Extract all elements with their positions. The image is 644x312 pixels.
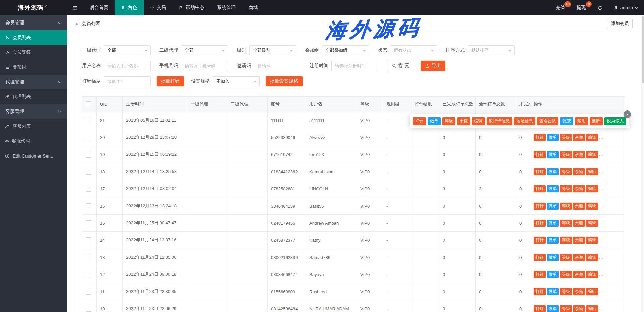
action-inject-button[interactable]: 打针 — [534, 185, 546, 192]
action-edit-button[interactable]: 编辑 — [586, 288, 598, 295]
action-balance-button[interactable]: 余额 — [573, 203, 585, 210]
row-checkbox[interactable] — [86, 255, 91, 260]
action-address-info-button[interactable]: 地址信息 — [514, 117, 535, 125]
sidebar-item-member-level[interactable]: 会员等级 — [0, 45, 67, 60]
phone-input[interactable] — [181, 61, 228, 71]
row-checkbox[interactable] — [86, 169, 91, 175]
more-actions-button[interactable]: ... — [599, 237, 604, 242]
action-edit-button[interactable]: 编辑 — [586, 151, 598, 158]
more-actions-button[interactable]: ... — [599, 203, 604, 208]
stack-group-select[interactable]: 全部叠加组 — [322, 45, 369, 55]
sidebar-item-service-list[interactable]: 客服列表 — [0, 119, 67, 134]
action-balance-button[interactable]: 余额 — [573, 185, 585, 192]
action-set-fake-button[interactable]: 设为假人 — [604, 117, 626, 125]
row-checkbox[interactable] — [86, 118, 91, 123]
action-order-button[interactable]: 做单 — [547, 220, 559, 227]
sidebar-item-agent-list[interactable]: 代理列表 — [0, 89, 67, 104]
row-checkbox[interactable] — [86, 289, 91, 295]
action-inject-button[interactable]: 打针 — [534, 151, 546, 158]
agent1-select[interactable]: 全部 — [104, 45, 151, 55]
reg-time-input[interactable] — [331, 61, 378, 71]
row-checkbox[interactable] — [86, 186, 91, 192]
action-balance-button[interactable]: 余额 — [573, 288, 585, 295]
add-member-button[interactable]: 添加会员 — [607, 19, 633, 28]
sort-select[interactable]: 默认排序 — [468, 45, 515, 55]
action-order-button[interactable]: 做单 — [547, 134, 559, 141]
action-level-button[interactable]: 等级 — [560, 134, 572, 141]
row-checkbox[interactable] — [86, 237, 91, 243]
topnav-item-shop[interactable]: 商城 — [242, 0, 264, 15]
row-checkbox[interactable] — [86, 203, 91, 209]
search-button[interactable]: 搜 索 — [387, 61, 414, 71]
more-actions-button[interactable]: ... — [599, 306, 604, 311]
action-balance-button[interactable]: 余额 — [573, 305, 585, 312]
more-actions-button[interactable]: ... — [599, 220, 604, 225]
action-level-button[interactable]: 等级 — [560, 220, 572, 227]
action-level-button[interactable]: 等级 — [560, 151, 572, 158]
sidebar-group-agent[interactable]: 代理管理 — [0, 75, 67, 89]
action-view-team-button[interactable]: 查看团队 — [537, 117, 558, 125]
action-order-button[interactable]: 做单 — [428, 117, 441, 125]
action-level-button[interactable]: 等级 — [560, 271, 572, 278]
invite-code-input[interactable] — [254, 61, 301, 71]
row-checkbox[interactable] — [86, 306, 91, 312]
action-inject-button[interactable]: 打针 — [534, 237, 546, 244]
action-order-button[interactable]: 做单 — [547, 271, 559, 278]
action-edit-button[interactable]: 编辑 — [586, 271, 598, 278]
level-select[interactable]: 全部级别 — [249, 45, 296, 55]
action-level-button[interactable]: 等级 — [560, 203, 572, 210]
row-checkbox[interactable] — [86, 152, 91, 158]
action-account-change-button[interactable]: 账变 — [560, 117, 573, 125]
spec-select[interactable]: 不加入 — [213, 76, 260, 86]
more-actions-button[interactable]: ... — [599, 135, 604, 140]
action-level-button[interactable]: 等级 — [560, 168, 572, 175]
status-select[interactable]: 所有状态 — [390, 45, 437, 55]
action-order-button[interactable]: 做单 — [547, 288, 559, 295]
action-balance-button[interactable]: 余额 — [573, 237, 585, 244]
sidebar-item-stack-group[interactable]: 叠加组 — [0, 60, 67, 75]
action-balance-button[interactable]: 余额 — [573, 254, 585, 261]
row-checkbox[interactable] — [86, 135, 91, 140]
action-order-button[interactable]: 做单 — [547, 203, 559, 210]
action-edit-button[interactable]: 编辑 — [586, 185, 598, 192]
action-level-button[interactable]: 等级 — [442, 117, 455, 125]
action-edit-button[interactable]: 编辑 — [586, 168, 598, 175]
refresh-button[interactable] — [592, 0, 608, 15]
topnav-item-home[interactable]: 后台首页 — [83, 0, 115, 15]
select-all-checkbox[interactable] — [86, 101, 91, 107]
action-order-button[interactable]: 做单 — [547, 151, 559, 158]
recharge-button[interactable]: 充值 13 — [550, 0, 571, 15]
action-inject-button[interactable]: 打针 — [534, 168, 546, 175]
topnav-item-role[interactable]: 角色 — [115, 0, 144, 15]
more-actions-button[interactable]: ... — [599, 152, 604, 157]
admin-menu[interactable]: admin — [608, 0, 644, 15]
username-input[interactable] — [104, 61, 151, 71]
action-order-button[interactable]: 做单 — [547, 254, 559, 261]
page-scrollbar-thumb[interactable] — [642, 16, 644, 83]
action-order-button[interactable]: 做单 — [547, 237, 559, 244]
action-delete-button[interactable]: 删除 — [590, 117, 603, 125]
row-checkbox[interactable] — [86, 272, 91, 277]
action-inject-button[interactable]: 打针 — [534, 271, 546, 278]
action-edit-button[interactable]: 编辑 — [586, 305, 598, 312]
action-level-button[interactable]: 等级 — [560, 237, 572, 244]
action-level-button[interactable]: 等级 — [560, 288, 572, 295]
action-inject-button[interactable]: 打针 — [534, 305, 546, 312]
inject-range-input[interactable] — [104, 76, 151, 86]
batch-spec-button[interactable]: 批量设置规格 — [266, 76, 303, 86]
action-level-button[interactable]: 等级 — [560, 305, 572, 312]
action-balance-button[interactable]: 余额 — [573, 151, 585, 158]
sidebar-group-service[interactable]: 客服管理 — [0, 104, 67, 119]
action-inject-button[interactable]: 打针 — [534, 203, 546, 210]
action-edit-button[interactable]: 编辑 — [586, 220, 598, 227]
agent2-select[interactable]: 全部 — [181, 45, 228, 55]
action-inject-button[interactable]: 打针 — [534, 288, 546, 295]
action-order-button[interactable]: 做单 — [547, 185, 559, 192]
action-balance-button[interactable]: 余额 — [573, 220, 585, 227]
action-inject-button[interactable]: 打针 — [534, 254, 546, 261]
popup-close-button[interactable]: × — [624, 110, 631, 118]
action-level-button[interactable]: 等级 — [560, 254, 572, 261]
action-edit-button[interactable]: 编辑 — [586, 203, 598, 210]
sidebar-toggle-button[interactable] — [67, 0, 83, 15]
batch-inject-button[interactable]: 批量打针 — [157, 76, 184, 86]
